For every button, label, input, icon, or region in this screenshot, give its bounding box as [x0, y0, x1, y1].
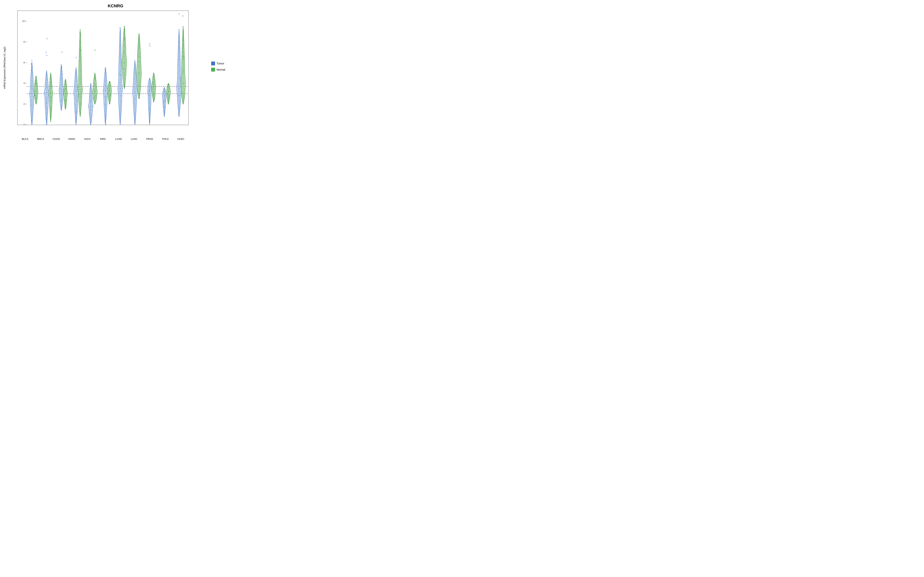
svg-point-627 — [94, 50, 95, 51]
svg-point-1416 — [178, 73, 179, 74]
svg-point-1258 — [165, 114, 165, 114]
svg-point-799 — [110, 86, 111, 87]
svg-point-1487 — [183, 32, 183, 32]
svg-point-461 — [76, 107, 76, 108]
svg-point-1342 — [169, 93, 169, 94]
svg-point-657 — [94, 95, 95, 96]
svg-point-330 — [61, 89, 62, 90]
svg-point-205 — [46, 121, 47, 122]
svg-point-1232 — [165, 95, 166, 95]
svg-point-1375 — [179, 95, 180, 95]
svg-point-474 — [77, 113, 78, 114]
svg-point-505 — [79, 49, 79, 49]
svg-point-994 — [136, 95, 136, 96]
svg-point-48 — [32, 121, 32, 122]
svg-point-323 — [62, 76, 62, 76]
svg-point-339 — [60, 93, 60, 94]
svg-point-1196 — [153, 95, 154, 96]
svg-point-797 — [109, 89, 110, 89]
svg-point-411 — [66, 103, 66, 103]
svg-point-575 — [89, 107, 89, 108]
svg-point-1044 — [138, 49, 139, 49]
svg-point-388 — [64, 98, 65, 98]
svg-point-609 — [89, 117, 90, 117]
svg-point-279 — [50, 112, 51, 113]
svg-point-933 — [124, 40, 124, 40]
svg-point-1012 — [135, 92, 135, 92]
svg-point-62 — [31, 105, 32, 105]
svg-point-78 — [32, 123, 32, 123]
svg-point-722 — [106, 88, 107, 88]
svg-point-1287 — [164, 110, 165, 110]
svg-point-81 — [33, 104, 33, 105]
svg-point-1469 — [184, 95, 184, 96]
svg-point-1116 — [149, 92, 149, 92]
svg-point-1480 — [182, 38, 183, 39]
svg-point-271 — [51, 82, 52, 82]
svg-point-1115 — [150, 81, 151, 81]
svg-point-1410 — [178, 45, 178, 46]
svg-point-245 — [52, 87, 52, 87]
svg-point-1338 — [170, 95, 170, 95]
svg-point-1260 — [165, 97, 165, 98]
svg-point-1167 — [153, 93, 153, 93]
svg-point-329 — [61, 110, 61, 110]
svg-point-1062 — [139, 83, 139, 84]
svg-point-741 — [105, 78, 106, 79]
svg-point-528 — [79, 40, 79, 41]
svg-point-173 — [47, 103, 48, 103]
svg-point-24 — [32, 108, 32, 108]
svg-point-69 — [31, 77, 31, 78]
svg-point-1117 — [149, 88, 150, 89]
svg-point-63 — [32, 72, 33, 73]
svg-point-617 — [91, 84, 92, 84]
x-label-blca: BLCA — [18, 137, 32, 140]
svg-point-587 — [89, 113, 90, 114]
svg-point-533 — [81, 102, 81, 102]
svg-point-1186 — [153, 73, 154, 74]
svg-point-524 — [79, 57, 80, 57]
svg-point-1323 — [168, 84, 169, 84]
svg-point-240 — [51, 116, 51, 116]
svg-point-1175 — [155, 90, 155, 90]
svg-point-308 — [60, 101, 60, 101]
svg-point-1192 — [153, 97, 153, 98]
svg-point-914 — [125, 26, 126, 27]
svg-point-1173 — [153, 86, 153, 87]
svg-point-784 — [109, 81, 110, 82]
svg-point-313 — [60, 110, 61, 110]
svg-point-38 — [31, 124, 32, 124]
svg-point-1130 — [149, 90, 149, 91]
svg-point-950 — [125, 76, 126, 76]
svg-point-457 — [75, 114, 76, 114]
svg-point-1411 — [178, 42, 178, 42]
svg-point-44 — [31, 119, 32, 119]
svg-point-373 — [64, 90, 65, 91]
svg-point-619 — [89, 114, 90, 115]
svg-point-1347 — [168, 97, 168, 98]
svg-point-1396 — [179, 48, 180, 48]
svg-point-703 — [105, 116, 105, 116]
svg-point-1082 — [139, 56, 140, 56]
svg-point-977 — [134, 78, 134, 79]
svg-point-1389 — [179, 36, 179, 37]
svg-point-293 — [61, 99, 62, 100]
svg-point-480 — [77, 94, 78, 95]
svg-point-1013 — [134, 89, 134, 89]
svg-point-597 — [91, 97, 92, 98]
svg-point-1364 — [178, 13, 179, 15]
svg-point-1372 — [179, 84, 180, 85]
svg-point-117 — [37, 77, 37, 77]
svg-rect-149 — [46, 87, 47, 99]
svg-point-907 — [123, 57, 124, 58]
svg-point-667 — [94, 103, 95, 104]
svg-point-408 — [66, 93, 66, 94]
svg-point-1413 — [178, 48, 179, 49]
svg-point-22 — [31, 105, 32, 105]
svg-point-134 — [35, 98, 36, 99]
svg-point-1005 — [136, 97, 136, 97]
svg-point-139 — [36, 84, 37, 85]
svg-point-1003 — [136, 102, 137, 103]
svg-point-441 — [75, 123, 76, 124]
svg-point-769 — [108, 98, 109, 99]
